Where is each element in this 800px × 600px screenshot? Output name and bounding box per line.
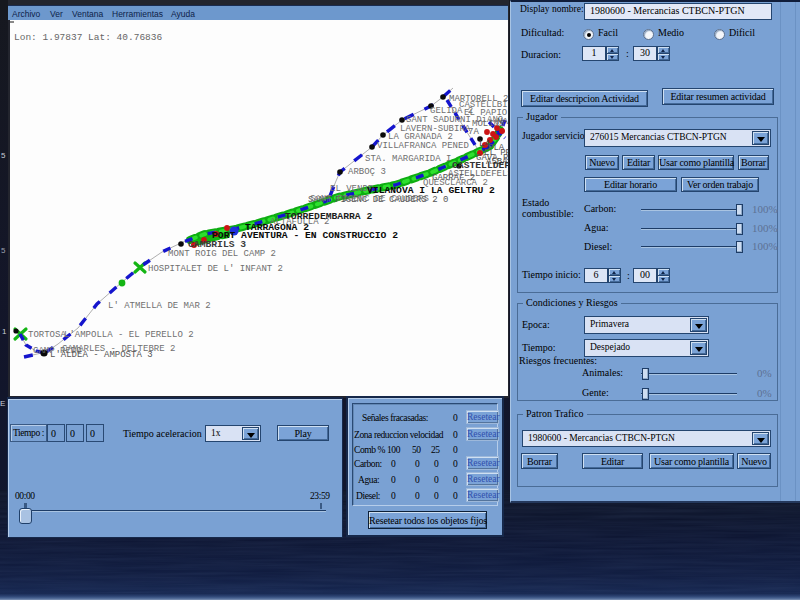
svg-text:HOSPITALET DE L' INFANT 2: HOSPITALET DE L' INFANT 2 <box>148 264 283 274</box>
svg-text:PLA: PLA <box>488 143 505 153</box>
svg-text:TORREDEMBARRA 2: TORREDEMBARRA 2 <box>285 211 372 222</box>
svg-text:NA: NA <box>497 117 508 127</box>
svg-text:TORTOSA: TORTOSA <box>28 330 66 340</box>
svg-text:L' ATMELLA DE MAR 2: L' ATMELLA DE MAR 2 <box>108 301 211 311</box>
svg-text:VILANOVA I LA GELTRU 2: VILANOVA I LA GELTRU 2 <box>367 185 495 196</box>
svg-text:L'AMPOLLA - EL PERELLO 2: L'AMPOLLA - EL PERELLO 2 <box>64 330 194 340</box>
svg-text:MONT ROIG DEL CAMP 2: MONT ROIG DEL CAMP 2 <box>168 249 276 259</box>
svg-text:Lon: 1.97837 Lat: 40.76836: Lon: 1.97837 Lat: 40.76836 <box>14 32 163 43</box>
svg-text:CASTELLDEFI: CASTELLDEFI <box>452 160 508 171</box>
svg-text:L4: L4 <box>479 139 490 149</box>
svg-text:VILLAFRANCA PENED: VILLAFRANCA PENED <box>377 141 469 151</box>
svg-text:L'ALDEA - AMPOSTA 3: L'ALDEA - AMPOSTA 3 <box>50 350 153 360</box>
svg-text:ARBOÇ 3: ARBOÇ 3 <box>348 167 386 177</box>
svg-text:7A: 7A <box>468 127 479 137</box>
svg-text:CAMBRILS 3: CAMBRILS 3 <box>188 239 246 250</box>
svg-text:STA. MARGARIDA I: STA. MARGARIDA I <box>365 154 451 164</box>
